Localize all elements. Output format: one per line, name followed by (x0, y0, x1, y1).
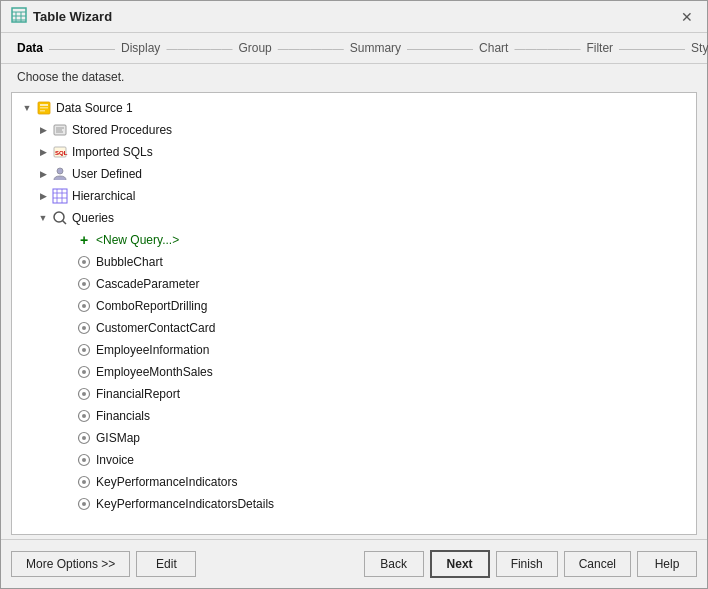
svg-point-35 (82, 370, 86, 374)
list-item[interactable]: CascadeParameter (12, 273, 696, 295)
svg-line-23 (63, 221, 67, 225)
toggle-queries[interactable]: ▼ (36, 211, 50, 225)
queryitem-label: CustomerContactCard (96, 321, 215, 335)
list-item[interactable]: Financials (12, 405, 696, 427)
queryitem-label: GISMap (96, 431, 140, 445)
table-wizard-icon (11, 7, 27, 26)
subtitle: Choose the dataset. (1, 64, 707, 92)
step-style[interactable]: Style (691, 41, 708, 55)
close-button[interactable]: ✕ (677, 7, 697, 27)
newquery-label: <New Query...> (96, 233, 179, 247)
list-item[interactable]: KeyPerformanceIndicators (12, 471, 696, 493)
toggle-importedsql[interactable]: ▶ (36, 145, 50, 159)
importedsql-label: Imported SQLs (72, 145, 153, 159)
hierarchical-icon (52, 188, 68, 204)
svg-rect-8 (40, 107, 48, 109)
queryitem-icon (76, 408, 92, 424)
tree-item-userdefined[interactable]: ▶ User Defined (12, 163, 696, 185)
svg-text:SQL: SQL (55, 150, 68, 156)
datasource-label: Data Source 1 (56, 101, 133, 115)
tree-item-queries[interactable]: ▼ Queries (12, 207, 696, 229)
edit-button[interactable]: Edit (136, 551, 196, 577)
queryitem-label: KeyPerformanceIndicators (96, 475, 237, 489)
help-button[interactable]: Help (637, 551, 697, 577)
svg-point-43 (82, 458, 86, 462)
svg-point-29 (82, 304, 86, 308)
queryitem-label: Invoice (96, 453, 134, 467)
queries-icon (52, 210, 68, 226)
importedsql-icon: SQL (52, 144, 68, 160)
next-button[interactable]: Next (430, 550, 490, 578)
title-bar-left: Table Wizard (11, 7, 112, 26)
tree-item-storedprocs[interactable]: ▶ Stored Procedures (12, 119, 696, 141)
svg-point-33 (82, 348, 86, 352)
step-group[interactable]: Group (238, 41, 271, 55)
queryitem-label: FinancialReport (96, 387, 180, 401)
queryitem-icon (76, 254, 92, 270)
dialog-title: Table Wizard (33, 9, 112, 24)
storedprocs-label: Stored Procedures (72, 123, 172, 137)
datasource-icon (36, 100, 52, 116)
list-item[interactable]: KeyPerformanceIndicatorsDetails (12, 493, 696, 515)
queryitem-label: EmployeeInformation (96, 343, 209, 357)
wizard-steps: Data —————— Display —————— Group —————— … (1, 33, 707, 64)
list-item[interactable]: BubbleChart (12, 251, 696, 273)
userdefined-label: User Defined (72, 167, 142, 181)
queryitem-label: Financials (96, 409, 150, 423)
svg-point-39 (82, 414, 86, 418)
tree-item-hierarchical[interactable]: ▶ Hierarchical (12, 185, 696, 207)
toggle-datasource[interactable]: ▼ (20, 101, 34, 115)
button-bar: More Options >> Edit Back Next Finish Ca… (1, 539, 707, 588)
queryitem-icon (76, 298, 92, 314)
step-data[interactable]: Data (17, 41, 43, 55)
queryitem-icon (76, 452, 92, 468)
step-summary[interactable]: Summary (350, 41, 401, 55)
list-item[interactable]: Invoice (12, 449, 696, 471)
dialog: Table Wizard ✕ Data —————— Display —————… (0, 0, 708, 589)
title-bar: Table Wizard ✕ (1, 1, 707, 33)
svg-point-31 (82, 326, 86, 330)
svg-point-41 (82, 436, 86, 440)
queryitem-icon (76, 364, 92, 380)
svg-rect-9 (40, 110, 45, 112)
svg-point-45 (82, 480, 86, 484)
cancel-button[interactable]: Cancel (564, 551, 631, 577)
toggle-hierarchical[interactable]: ▶ (36, 189, 50, 203)
list-item[interactable]: FinancialReport (12, 383, 696, 405)
svg-point-25 (82, 260, 86, 264)
back-button[interactable]: Back (364, 551, 424, 577)
hierarchical-label: Hierarchical (72, 189, 135, 203)
svg-point-47 (82, 502, 86, 506)
content-area: ▼ Data Source 1 ▶ (11, 92, 697, 535)
list-item[interactable]: CustomerContactCard (12, 317, 696, 339)
queries-label: Queries (72, 211, 114, 225)
toggle-userdefined[interactable]: ▶ (36, 167, 50, 181)
userdefined-icon (52, 166, 68, 182)
tree-item-newquery[interactable]: + <New Query...> (12, 229, 696, 251)
queryitem-label: EmployeeMonthSales (96, 365, 213, 379)
list-item[interactable]: ComboReportDrilling (12, 295, 696, 317)
queryitem-icon (76, 430, 92, 446)
svg-point-37 (82, 392, 86, 396)
queryitem-label: KeyPerformanceIndicatorsDetails (96, 497, 274, 511)
step-chart[interactable]: Chart (479, 41, 508, 55)
more-options-button[interactable]: More Options >> (11, 551, 130, 577)
queryitem-icon (76, 276, 92, 292)
queryitem-icon (76, 386, 92, 402)
step-display[interactable]: Display (121, 41, 160, 55)
newquery-icon: + (76, 232, 92, 248)
finish-button[interactable]: Finish (496, 551, 558, 577)
list-item[interactable]: EmployeeInformation (12, 339, 696, 361)
toggle-storedprocs[interactable]: ▶ (36, 123, 50, 137)
list-item[interactable]: GISMap (12, 427, 696, 449)
queryitem-icon (76, 342, 92, 358)
tree-item-datasource[interactable]: ▼ Data Source 1 (12, 97, 696, 119)
tree-item-importedsql[interactable]: ▶ SQL Imported SQLs (12, 141, 696, 163)
storedproc-icon (52, 122, 68, 138)
step-filter[interactable]: Filter (586, 41, 613, 55)
list-item[interactable]: EmployeeMonthSales (12, 361, 696, 383)
svg-point-27 (82, 282, 86, 286)
svg-rect-7 (40, 104, 48, 106)
queryitem-icon (76, 474, 92, 490)
tree-container[interactable]: ▼ Data Source 1 ▶ (12, 93, 696, 534)
